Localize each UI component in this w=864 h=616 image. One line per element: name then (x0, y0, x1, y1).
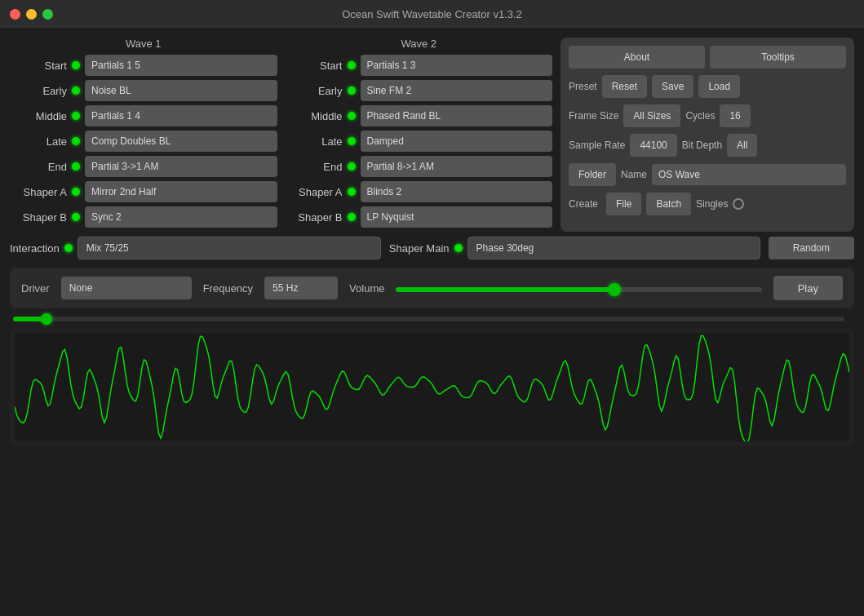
interaction-value[interactable]: Mix 75/25 (78, 237, 381, 259)
row-value-btn[interactable]: Phased Rand BL (361, 105, 553, 126)
row-label: Shaper A (286, 186, 343, 198)
about-button[interactable]: About (569, 46, 705, 69)
settings-row-about: About Tooltips (569, 46, 846, 69)
name-label: Name (621, 169, 647, 180)
name-input[interactable] (652, 164, 846, 185)
row-value-btn[interactable]: Damped (361, 131, 553, 152)
waveform-canvas (15, 333, 849, 441)
row-led (348, 61, 356, 69)
wave-row: LateDamped (286, 131, 553, 152)
row-value-btn[interactable]: Comp Doubles BL (85, 131, 277, 152)
load-button[interactable]: Load (698, 75, 740, 98)
settings-row-preset: Preset Reset Save Load (569, 75, 846, 98)
shaper-main-value[interactable]: Phase 30deg (467, 237, 760, 259)
wave2-column: Wave 2 StartPartials 1 3EarlySine FM 2Mi… (286, 38, 553, 232)
close-button[interactable] (10, 9, 20, 20)
wave-row: Shaper ABlinds 2 (286, 181, 553, 202)
row-led (348, 213, 356, 221)
row-value-btn[interactable]: Partial 8->1 AM (361, 156, 553, 177)
row-value-btn[interactable]: Sync 2 (85, 206, 277, 228)
row-label: Shaper B (10, 211, 67, 224)
cycles-value[interactable]: 16 (720, 104, 750, 127)
row-value-btn[interactable]: Blinds 2 (361, 181, 553, 202)
batch-button[interactable]: Batch (646, 193, 691, 215)
frame-size-value[interactable]: All Sizes (623, 104, 680, 127)
row-label: Late (286, 135, 343, 148)
singles-label: Singles (696, 198, 728, 210)
row-value-btn[interactable]: Partials 1 4 (85, 105, 277, 126)
save-button[interactable]: Save (652, 75, 693, 98)
waveform-section (10, 328, 854, 446)
row-value-btn[interactable]: Partial 3->1 AM (85, 156, 277, 177)
driver-value[interactable]: None (61, 277, 192, 299)
row-value-btn[interactable]: Sine FM 2 (361, 80, 553, 101)
wave-row: Shaper AMirror 2nd Half (10, 181, 277, 202)
row-label: Shaper A (10, 186, 67, 198)
titlebar: Ocean Swift Wavetable Creator v1.3.2 (0, 0, 864, 29)
file-button[interactable]: File (606, 193, 641, 215)
row-led (72, 137, 80, 145)
row-led (348, 112, 356, 120)
row-label: Start (286, 60, 343, 72)
sample-rate-value[interactable]: 44100 (630, 134, 676, 157)
shaper-main-field: Shaper Main Phase 30deg (389, 237, 760, 259)
wave-row: EndPartial 8->1 AM (286, 156, 553, 177)
wave-row: MiddlePhased Rand BL (286, 105, 553, 126)
frequency-label: Frequency (203, 282, 253, 295)
wave-row: LateComp Doubles BL (10, 131, 277, 152)
preset-label: Preset (569, 81, 597, 92)
row-label: Early (286, 85, 343, 97)
row-value-btn[interactable]: Mirror 2nd Half (85, 181, 277, 202)
wave-row: StartPartials 1 3 (286, 55, 553, 76)
row-label: Late (10, 135, 67, 148)
shaper-main-led (454, 244, 463, 252)
frequency-value[interactable]: 55 Hz (264, 277, 338, 299)
minimize-button[interactable] (26, 9, 37, 20)
driver-label: Driver (21, 282, 50, 295)
row-led (72, 61, 80, 69)
bit-depth-value[interactable]: All (727, 134, 757, 157)
maximize-button[interactable] (42, 9, 53, 20)
volume-slider[interactable] (396, 287, 761, 292)
volume-label: Volume (349, 282, 384, 295)
bit-depth-label: Bit Depth (682, 140, 722, 151)
folder-button[interactable]: Folder (569, 163, 616, 186)
progress-thumb (41, 313, 52, 325)
row-led (72, 213, 80, 221)
interaction-label: Interaction (10, 242, 60, 255)
singles-radio[interactable] (733, 198, 744, 210)
wave-row: Shaper BSync 2 (10, 206, 277, 228)
row-label: Start (10, 60, 67, 72)
row-led (72, 188, 80, 196)
driver-section: Driver None Frequency 55 Hz Volume Play (10, 268, 854, 308)
tooltips-button[interactable]: Tooltips (710, 46, 846, 69)
row-led (348, 162, 356, 171)
settings-row-create: Create File Batch Singles (569, 193, 846, 215)
play-button[interactable]: Play (773, 276, 843, 300)
settings-row-framesize: Frame Size All Sizes Cycles 16 (569, 104, 846, 127)
row-value-btn[interactable]: Noise BL (85, 80, 277, 101)
wave1-rows: StartPartials 1 5EarlyNoise BLMiddlePart… (10, 55, 277, 228)
random-button[interactable]: Random (769, 237, 854, 259)
wave1-header: Wave 1 (10, 38, 277, 50)
progress-bar (13, 317, 844, 321)
row-label: Middle (286, 110, 343, 122)
row-led (348, 188, 356, 196)
row-label: Middle (10, 110, 67, 122)
wave2-header: Wave 2 (286, 38, 553, 50)
row-value-btn[interactable]: Partials 1 5 (85, 55, 277, 76)
interaction-field: Interaction Mix 75/25 (10, 237, 381, 259)
frame-size-label: Frame Size (569, 110, 618, 122)
row-value-btn[interactable]: LP Nyquist (361, 206, 553, 228)
cycles-label: Cycles (685, 110, 715, 122)
row-label: Shaper B (286, 211, 343, 224)
row-label: End (10, 161, 67, 173)
app-title: Ocean Swift Wavetable Creator v1.3.2 (342, 8, 522, 20)
row-led (72, 86, 80, 95)
row-value-btn[interactable]: Partials 1 3 (361, 55, 553, 76)
wave1-column: Wave 1 StartPartials 1 5EarlyNoise BLMid… (10, 38, 277, 232)
progress-bar-wrap (10, 317, 854, 321)
main-content: Wave 1 StartPartials 1 5EarlyNoise BLMid… (0, 29, 864, 454)
reset-button[interactable]: Reset (602, 75, 647, 98)
volume-slider-wrap (396, 282, 761, 295)
